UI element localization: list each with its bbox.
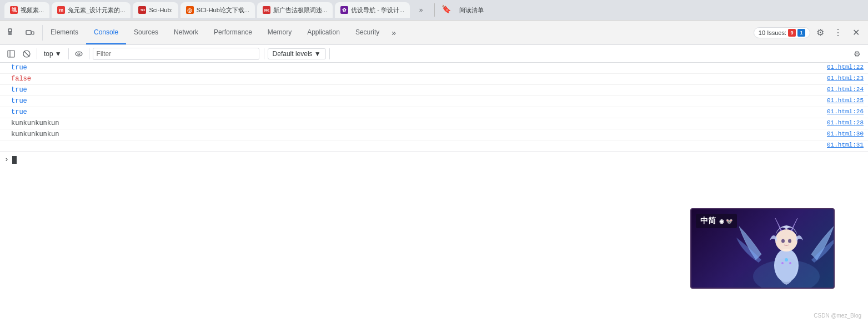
toolbar-divider-3 <box>89 48 89 59</box>
levels-arrow-icon: ▼ <box>314 50 321 58</box>
tab-3-icon: SCI <box>138 6 146 14</box>
tab-4-icon: ◎ <box>186 6 194 14</box>
issues-total-label: 10 Issues: <box>759 29 786 36</box>
tab-6-icon: ✿ <box>340 6 348 14</box>
svg-rect-5 <box>32 32 34 34</box>
toolbar-divider-1 <box>37 48 37 59</box>
console-secondary-toolbar: top ▼ Default levels ▼ ⚙ <box>0 45 868 63</box>
log-source-3[interactable]: 01.html:24 <box>827 86 864 93</box>
issues-badge[interactable]: 10 Issues: 9 1 <box>754 27 810 38</box>
svg-rect-0 <box>8 29 12 32</box>
tab-5-icon: FK <box>263 6 270 14</box>
devtools-icon-group <box>0 25 43 41</box>
log-source-6[interactable]: 01.html:28 <box>827 119 864 126</box>
log-entry-1[interactable]: true 01.html:22 <box>0 63 868 74</box>
tab-elements[interactable]: Elements <box>43 21 86 44</box>
tab-security[interactable]: Security <box>348 21 387 44</box>
close-devtools-button[interactable]: ✕ <box>848 25 864 41</box>
more-tabs-button[interactable]: » <box>414 3 428 17</box>
console-input-line: › <box>0 152 868 167</box>
toolbar-divider-2 <box>68 48 69 59</box>
tab-application[interactable]: Application <box>299 21 348 44</box>
log-entry-3[interactable]: true 01.html:24 <box>0 85 868 96</box>
reading-mode-button[interactable]: 阅读清单 <box>459 6 484 14</box>
log-value-1: true <box>11 64 27 72</box>
tab-4[interactable]: ◎ SCI-Hub论文下载... <box>180 2 255 18</box>
tab-1-icon: 视 <box>10 6 18 14</box>
settings-button[interactable]: ⚙ <box>812 25 828 41</box>
context-selector[interactable]: top ▼ <box>41 49 65 59</box>
log-value-3: true <box>11 86 27 94</box>
log-value-4: true <box>11 97 27 105</box>
log-value-7: kunkunkunkun <box>11 130 59 138</box>
log-source-4[interactable]: 01.html:25 <box>827 97 864 104</box>
log-source-5[interactable]: 01.html:26 <box>827 108 864 115</box>
log-value-2: false <box>11 75 31 83</box>
log-source-empty[interactable]: 01.html:31 <box>827 142 864 148</box>
log-entry-4[interactable]: true 01.html:25 <box>0 96 868 107</box>
svg-point-17 <box>785 258 788 261</box>
svg-point-19 <box>789 262 791 264</box>
log-entry-6[interactable]: kunkunkunkun 01.html:28 <box>0 118 868 129</box>
svg-rect-4 <box>26 31 31 34</box>
devtools-panel: Elements Console Sources Network Perform… <box>0 20 868 322</box>
tab-sources[interactable]: Sources <box>126 21 166 44</box>
tab-2-label: 兔元素_设计元素的... <box>68 6 125 14</box>
clear-console-button[interactable] <box>20 47 33 61</box>
console-settings-button[interactable]: ⚙ <box>850 47 864 61</box>
tab-1[interactable]: 视 视频素... <box>4 2 49 18</box>
tab-4-label: SCI-Hub论文下载... <box>197 6 249 14</box>
game-advertisement-banner[interactable]: 中简 ◉ 🐭 <box>690 208 835 289</box>
devtools-right-actions: 10 Issues: 9 1 ⚙ ⋮ ✕ <box>749 25 868 41</box>
more-options-button[interactable]: ⋮ <box>830 25 846 41</box>
svg-point-11 <box>78 53 80 55</box>
log-entry-empty: 01.html:31 <box>0 140 868 152</box>
more-devtools-tabs-button[interactable]: » <box>387 21 400 44</box>
log-source-2[interactable]: 01.html:23 <box>827 75 864 82</box>
eye-button[interactable] <box>72 47 86 61</box>
filter-input[interactable] <box>93 48 259 60</box>
log-levels-selector[interactable]: Default levels ▼ <box>268 48 326 59</box>
toolbar-divider-5 <box>329 48 330 59</box>
device-toggle-button[interactable] <box>22 25 38 41</box>
sidebar-toggle-button[interactable] <box>4 47 18 61</box>
levels-label: Default levels <box>273 50 313 58</box>
game-banner-label: 中简 ◉ 🐭 <box>696 214 737 228</box>
tab-6-label: 优设导航 - 学设计... <box>351 6 404 14</box>
svg-point-16 <box>788 239 791 243</box>
tab-2-icon: m <box>57 6 65 14</box>
log-entry-5[interactable]: true 01.html:26 <box>0 107 868 118</box>
tab-3[interactable]: SCI Sci-Hub: <box>133 2 178 18</box>
tab-6[interactable]: ✿ 优设导航 - 学设计... <box>335 2 410 18</box>
game-character-art <box>734 210 835 288</box>
console-output-area: true 01.html:22 false 01.html:23 true 01… <box>0 63 868 322</box>
svg-point-15 <box>781 239 785 243</box>
tab-memory[interactable]: Memory <box>260 21 299 44</box>
tab-performance[interactable]: Performance <box>206 21 260 44</box>
reading-mode-label: 阅读清单 <box>459 6 484 14</box>
tab-1-label: 视频素... <box>21 6 44 14</box>
log-source-1[interactable]: 01.html:22 <box>827 64 864 71</box>
console-prompt-icon: › <box>4 155 9 164</box>
warning-count-icon: 1 <box>797 29 805 37</box>
svg-point-10 <box>76 52 82 56</box>
log-entry-7[interactable]: kunkunkunkun 01.html:30 <box>0 129 868 140</box>
footer-watermark: CSDN @mez_Blog <box>814 313 861 319</box>
console-cursor <box>12 156 17 164</box>
tab-network[interactable]: Network <box>166 21 206 44</box>
devtools-main-toolbar: Elements Console Sources Network Perform… <box>0 21 868 45</box>
tab-5[interactable]: FK 新广告法极限词违... <box>257 2 333 18</box>
devtools-tabs-list: Elements Console Sources Network Perform… <box>43 21 749 44</box>
tab-2[interactable]: m 兔元素_设计元素的... <box>52 2 131 18</box>
toolbar-divider-4 <box>264 48 264 59</box>
log-source-7[interactable]: 01.html:30 <box>827 130 864 137</box>
tab-console[interactable]: Console <box>86 21 126 44</box>
tab-5-label: 新广告法极限词违... <box>273 6 327 14</box>
context-dropdown-icon: ▼ <box>55 50 62 58</box>
log-entry-2[interactable]: false 01.html:23 <box>0 74 868 85</box>
log-value-5: true <box>11 108 27 116</box>
inspect-element-button[interactable] <box>4 25 20 41</box>
tab-3-label: Sci-Hub: <box>149 7 172 13</box>
bookmark-icon: 🔖 <box>441 4 453 16</box>
svg-line-9 <box>24 51 29 57</box>
